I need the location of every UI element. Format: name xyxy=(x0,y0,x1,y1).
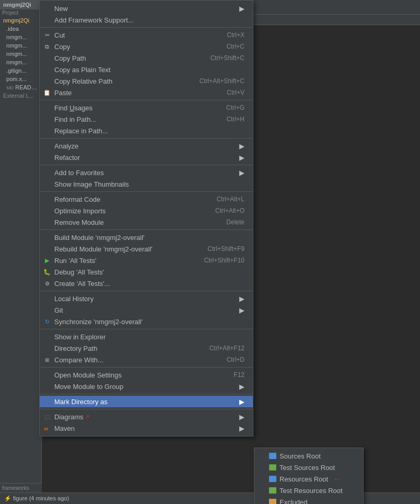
menu-item-cut[interactable]: ✂ Cut Ctrl+X xyxy=(40,29,253,41)
sidebar-item-readme[interactable]: MD READM... xyxy=(0,83,41,91)
menu-label-create: Create 'All Tests'... xyxy=(54,280,110,288)
menu-item-compare[interactable]: ⊞ Compare With... Ctrl+D xyxy=(40,354,253,365)
test-resources-root-icon xyxy=(269,487,276,494)
menu-item-diagrams[interactable]: ⬚ Diagrams ↗ ▶ xyxy=(40,411,253,422)
menu-item-replace-path[interactable]: Replace in Path... xyxy=(40,125,253,136)
shortcut-compare: Ctrl+D xyxy=(211,356,244,363)
menu-label-cut: Cut xyxy=(54,31,65,39)
shortcut-optimize: Ctrl+Alt+O xyxy=(200,207,244,214)
separator-6 xyxy=(40,230,253,230)
sidebar-item-root[interactable]: nmgmj2Qi xyxy=(0,16,41,25)
excluded-icon xyxy=(269,499,276,504)
sidebar-item-external[interactable]: External L... xyxy=(0,91,41,100)
menu-item-rebuild-module[interactable]: Rebuild Module 'nmgmj2-overall' Ctrl+Shi… xyxy=(40,243,253,255)
menu-label-module-settings: Open Module Settings xyxy=(54,371,122,379)
arrow-icon-analyze: ▶ xyxy=(234,142,244,150)
menu-label-copy-path: Copy Path xyxy=(54,54,86,62)
menu-item-copy-relative[interactable]: Copy Relative Path Ctrl+Alt+Shift+C xyxy=(40,75,253,87)
menu-item-copy[interactable]: ⧉ Copy Ctrl+C xyxy=(40,41,253,52)
frameworks-bar[interactable]: frameworks xyxy=(0,483,42,492)
menu-label-remove-module: Remove Module xyxy=(54,219,104,226)
menu-item-build-module[interactable]: Build Module 'nmgmj2-overall' xyxy=(40,232,253,243)
arrow-icon-favorites: ▶ xyxy=(234,169,244,177)
menu-label-show-explorer: Show in Explorer xyxy=(54,333,106,341)
submenu-label-excluded: Excluded xyxy=(279,498,307,505)
menu-item-directory-path[interactable]: Directory Path Ctrl+Alt+F12 xyxy=(40,342,253,354)
menu-item-refactor[interactable]: Refactor ▶ xyxy=(40,152,253,163)
shortcut-find-usages: Ctrl+G xyxy=(211,104,244,111)
sidebar-item-nmgm3[interactable]: nmgm... xyxy=(0,50,41,58)
sync-icon: ↻ xyxy=(43,317,51,326)
menu-item-remove-module[interactable]: Remove Module Delete xyxy=(40,216,253,228)
menu-item-reformat[interactable]: Reformat Code Ctrl+Alt+L xyxy=(40,193,253,205)
menu-item-find-path[interactable]: Find in Path... Ctrl+H xyxy=(40,113,253,125)
sidebar-item-nmgm1[interactable]: nmgm... xyxy=(0,33,41,41)
separator-7 xyxy=(40,291,253,291)
menu-item-synchronize[interactable]: ↻ Synchronize 'nmgmj2-overall' xyxy=(40,316,253,327)
menu-item-module-settings[interactable]: Open Module Settings F12 xyxy=(40,369,253,381)
separator-4 xyxy=(40,165,253,165)
sidebar-item-idea[interactable]: .idea xyxy=(0,25,41,33)
menu-item-local-history[interactable]: Local History ▶ xyxy=(40,293,253,304)
submenu-item-resources-root[interactable]: Resources Root ← xyxy=(254,473,363,485)
compare-icon: ⊞ xyxy=(43,356,51,364)
maven-icon: m xyxy=(43,424,51,432)
menu-label-find-usages: Find Usages xyxy=(54,104,92,112)
menu-label-mark-directory: Mark Directory as xyxy=(54,398,108,406)
menu-label-copy: Copy xyxy=(54,43,70,51)
sidebar-item-pom[interactable]: pom.x... xyxy=(0,75,41,83)
menu-item-analyze[interactable]: Analyze ▶ xyxy=(40,140,253,152)
submenu-item-excluded[interactable]: Excluded xyxy=(254,496,363,504)
red-arrow-icon: ← xyxy=(333,475,341,483)
menu-item-show-explorer[interactable]: Show in Explorer xyxy=(40,331,253,342)
menu-label-compare: Compare With... xyxy=(54,356,103,364)
menu-label-rebuild-module: Rebuild Module 'nmgmj2-overall' xyxy=(54,245,153,253)
shortcut-find-path: Ctrl+H xyxy=(211,116,244,123)
menu-label-copy-plain: Copy as Plain Text xyxy=(54,66,110,74)
menu-item-run[interactable]: ▶ Run 'All Tests' Ctrl+Shift+F10 xyxy=(40,255,253,266)
status-text: ⚡ figure (4 minutes ago) xyxy=(4,495,69,502)
submenu-label-test-sources-root: Test Sources Root xyxy=(279,464,335,472)
submenu-item-sources-root[interactable]: Sources Root xyxy=(254,450,363,462)
menu-item-favorites[interactable]: Add to Favorites ▶ xyxy=(40,167,253,178)
arrow-icon-move-module: ▶ xyxy=(234,383,244,391)
shortcut-rebuild: Ctrl+Shift+F9 xyxy=(192,245,244,253)
run-icon: ▶ xyxy=(43,256,51,265)
menu-item-paste[interactable]: 📋 Paste Ctrl+V xyxy=(40,87,253,98)
shortcut-copy: Ctrl+C xyxy=(211,43,244,50)
arrow-icon-diagrams: ▶ xyxy=(234,413,244,421)
menu-item-maven[interactable]: m Maven ▶ xyxy=(40,422,253,434)
menu-item-move-module[interactable]: Move Module to Group ▶ xyxy=(40,381,253,392)
menu-label-copy-relative: Copy Relative Path xyxy=(54,77,112,85)
menu-item-mark-directory[interactable]: Mark Directory as ▶ xyxy=(40,396,253,407)
arrow-icon-local-history: ▶ xyxy=(234,295,244,303)
submenu-label-sources-root: Sources Root xyxy=(279,452,321,460)
menu-item-find-usages[interactable]: Find Usages Ctrl+G xyxy=(40,102,253,113)
menu-item-git[interactable]: Git ▶ xyxy=(40,304,253,316)
menu-item-create[interactable]: ⚙ Create 'All Tests'... xyxy=(40,278,253,289)
menu-item-image-thumbnails[interactable]: Show Image Thumbnails xyxy=(40,178,253,190)
debug-icon: 🐛 xyxy=(43,268,51,276)
menu-item-new[interactable]: New ▶ xyxy=(40,3,253,14)
separator-3 xyxy=(40,138,253,139)
menu-item-copy-path[interactable]: Copy Path Ctrl+Shift+C xyxy=(40,52,253,64)
menu-label-find-path: Find in Path... xyxy=(54,116,96,123)
shortcut-remove-module: Delete xyxy=(211,219,244,226)
menu-item-copy-plain[interactable]: Copy as Plain Text xyxy=(40,64,253,75)
menu-label-replace-path: Replace in Path... xyxy=(54,127,108,135)
sidebar-item-gitignore[interactable]: .gitign... xyxy=(0,66,41,75)
menu-label-favorites: Add to Favorites xyxy=(54,169,104,177)
sidebar-item-nmgm2[interactable]: nmgm... xyxy=(0,41,41,50)
menu-label-add-framework: Add Framework Support... xyxy=(54,16,134,24)
shortcut-run: Ctrl+Shift+F10 xyxy=(189,257,244,264)
submenu-item-test-resources-root[interactable]: Test Resources Root xyxy=(254,485,363,496)
menu-item-add-framework[interactable]: Add Framework Support... xyxy=(40,14,253,26)
menu-label-move-module: Move Module to Group xyxy=(54,383,123,391)
menu-label-image-thumbnails: Show Image Thumbnails xyxy=(54,180,129,188)
menu-item-debug[interactable]: 🐛 Debug 'All Tests' xyxy=(40,266,253,278)
menu-item-optimize[interactable]: Optimize Imports Ctrl+Alt+O xyxy=(40,205,253,216)
sidebar: nmgmj2Qi Project nmgmj2Qi .idea nmgm... … xyxy=(0,0,42,504)
submenu-item-test-sources-root[interactable]: Test Sources Root xyxy=(254,462,363,473)
paste-icon: 📋 xyxy=(43,88,51,97)
sidebar-item-nmgm4[interactable]: nmgm... xyxy=(0,58,41,66)
